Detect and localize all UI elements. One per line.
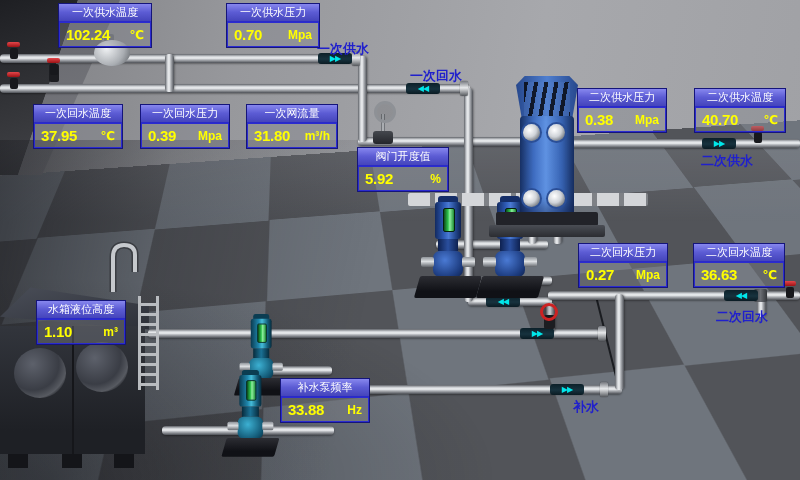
tank-leg [114,454,134,468]
gauge-unit: Mpa [198,129,222,143]
gauge-label: 水箱液位高度 [37,301,125,319]
gauge-unit: Mpa [636,268,660,282]
tank-ladder [138,296,159,390]
gauge-reading: 102.24 [66,26,110,43]
hx-port [523,190,540,207]
gauge-label: 二次供水温度 [695,89,785,107]
flange [598,326,606,341]
gauge-value: 33.88Hz [281,397,369,422]
tank-vent-pipe [106,240,146,292]
pipe-primary-return [0,84,470,93]
pump-volute [238,417,264,439]
gauge-reading: 36.63 [701,266,737,283]
tank-manhole [76,342,128,392]
gauge-label: 二次回水压力 [579,244,667,262]
gauge-value: 36.63℃ [694,262,784,287]
pipe-label-makeup: 补水 [573,398,599,416]
flow-indicator-secondary-return: ◀◀ [724,290,758,301]
gauge-value: 0.70Mpa [227,22,319,47]
gauge-reading: 0.70 [234,26,262,43]
gauge-reading: 5.92 [365,170,393,187]
pump-flange [272,363,282,371]
gauge-label: 一次供水压力 [227,4,319,22]
hx-port [523,124,540,141]
gauge-reading: 1.10 [44,323,72,340]
gauge-reading: 33.88 [288,401,324,418]
gauge-unit: Mpa [288,28,312,42]
gauge-value: 0.39Mpa [141,123,229,148]
gauge-unit: m³/h [305,129,330,143]
gauge-primary-supply-pressure: 一次供水压力 0.70Mpa [226,3,320,48]
pipe-label-primary-supply: 一次供水 [317,40,369,58]
gauge-secondary-return-temp: 二次回水温度 36.63℃ [693,243,785,288]
flow-indicator-tank-line: ▶▶ [520,328,554,339]
gauge-value: 5.92% [358,166,448,191]
gauge-unit: ℃ [100,129,115,143]
pipe-label-primary-return: 一次回水 [410,67,462,85]
pump-status-badge [257,324,267,343]
pump-coupling [500,239,520,251]
hx-base [496,212,598,226]
gauge-secondary-return-pressure: 二次回水压力 0.27Mpa [578,243,668,288]
gauge-tank-level: 水箱液位高度 1.10m³ [36,300,126,345]
valve-icon-return-outlet [6,72,21,89]
pump-volute [495,251,525,277]
hx-frame-top [516,76,578,121]
flow-arrows-icon: ◀◀ [736,292,746,300]
makeup-pump-2 [230,370,271,457]
flow-arrows-icon: ▶▶ [714,140,724,148]
hx-port [548,190,565,207]
pump-coupling [253,348,269,358]
flange [600,382,608,397]
pump-flange [483,257,496,267]
gauge-label: 一次供水温度 [59,4,151,22]
gauge-value: 0.27Mpa [579,262,667,287]
circulation-pump-1 [424,196,472,298]
gauge-secondary-supply-temp: 二次供水温度 40.70℃ [694,88,786,133]
hmi-scene: ▶▶ ◀◀ ▶▶ ◀◀ ◀◀ ▶▶ ▶▶ [0,0,800,480]
pipe-bypass [165,54,174,92]
gauge-makeup-pump-frequency: 补水泵频率 33.88Hz [280,378,370,423]
gauge-label: 一次回水温度 [34,105,122,123]
pump-status-badge [443,208,455,232]
gauge-primary-return-temp: 一次回水温度 37.95℃ [33,104,123,149]
hx-port [548,124,565,141]
tank-seam [72,326,74,454]
flow-indicator-secondary-supply: ▶▶ [702,138,736,149]
valve-wheel-icon-makeup-branch [540,303,558,321]
flow-arrows-icon: ▶▶ [532,330,542,338]
pump-status-badge [246,380,256,400]
gauge-label: 补水泵频率 [281,379,369,397]
pump-coupling [242,407,259,417]
gauge-unit: m³ [103,325,118,339]
pump-flange [462,257,475,267]
gauge-secondary-supply-pressure: 二次供水压力 0.38Mpa [577,88,667,133]
gauge-label: 二次供水压力 [578,89,666,107]
gauge-value: 31.80m³/h [247,123,337,148]
hx-pedestal [489,225,605,237]
gauge-label: 阀门开度值 [358,148,448,166]
gauge-reading: 40.70 [702,111,738,128]
gauge-primary-flow: 一次网流量 31.80m³/h [246,104,338,149]
tank-manhole [14,348,66,398]
control-valve-body [373,131,393,144]
pump-flange [227,422,238,431]
gauge-label: 二次回水温度 [694,244,784,262]
flow-arrows-icon: ▶▶ [562,386,572,394]
gauge-unit: Mpa [635,113,659,127]
gauge-reading: 0.39 [148,127,176,144]
gauge-unit: ℃ [762,268,777,282]
gauge-unit: Hz [347,403,362,417]
gauge-value: 0.38Mpa [578,107,666,132]
gauge-unit: ℃ [129,28,144,42]
gauge-label: 一次回水压力 [141,105,229,123]
gauge-value: 1.10m³ [37,319,125,344]
gauge-label: 一次网流量 [247,105,337,123]
pipe-label-secondary-return: 二次回水 [716,308,768,326]
pump-flange [421,257,434,267]
valve-icon-supply-inlet [6,42,21,59]
pump-flange [524,257,537,267]
gauge-reading: 0.38 [585,111,613,128]
gauge-primary-return-pressure: 一次回水压力 0.39Mpa [140,104,230,149]
gauge-reading: 37.95 [41,127,77,144]
